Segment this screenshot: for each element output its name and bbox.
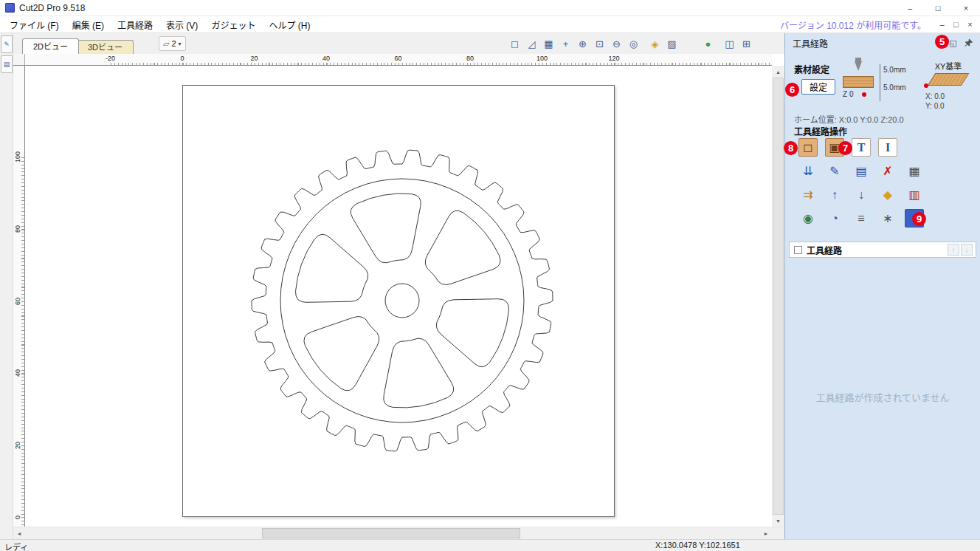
h-ruler-label: 120 (608, 55, 619, 62)
pan-view-icon[interactable]: + (557, 35, 574, 52)
dock-window-icon[interactable]: ◱ (948, 38, 959, 49)
menu-file[interactable]: ファイル (F) (3, 16, 66, 33)
panel-title: 工具経路 (793, 37, 828, 49)
cursor-coordinates: X:130.0478 Y:102.1651 (655, 541, 740, 550)
drilling-toolpath-icon[interactable]: ⇊ (798, 162, 818, 180)
toolpath-summary-icon[interactable]: ≡ (852, 209, 871, 227)
inline-engrave-toolpath-icon[interactable]: I (878, 138, 897, 157)
preview-toolpaths-icon[interactable]: ◉ (798, 209, 818, 227)
fill-vectors-toggle-icon[interactable]: ◈ (646, 35, 663, 52)
sheet-icon: ▱ (163, 39, 169, 49)
snap-guides-toggle-icon[interactable]: ◿ (523, 35, 540, 52)
vertical-scroll-thumb[interactable] (773, 78, 784, 515)
estimate-machining-time-icon[interactable]: ◔ (825, 209, 844, 227)
merge-toolpaths-icon[interactable]: ⇉ (798, 185, 818, 204)
grid-toggle-icon[interactable]: ▦ (540, 35, 557, 52)
v-ruler-label: 80 (13, 224, 23, 234)
tool-database-icon[interactable]: ◆ (878, 185, 897, 204)
zoom-extents-icon[interactable]: ◎ (625, 35, 642, 52)
annotation-badge-9: 9 (912, 212, 926, 226)
v-ruler-label: 60 (13, 296, 23, 307)
horizontal-scrollbar[interactable]: ◄ ► (13, 527, 784, 539)
copy-toolpath-icon[interactable]: ▥ (905, 185, 924, 204)
v-ruler-label: 40 (13, 368, 23, 378)
mdi-restore-button[interactable]: □ (949, 20, 963, 29)
move-toolpath-up-button[interactable]: ↑ (948, 244, 959, 256)
toolpath-operations-grid: ◻▣TI⇊✎▤✗▦⇉↑↓◆▥◉◔≡∗▫ (798, 138, 973, 233)
view-tab-bar: 2Dビュー 3Dビュー ▱ 2 ▾ ◻◿▦+⊕⊡⊖◎◈▨●◫⊞ (13, 33, 784, 54)
vertical-scrollbar[interactable]: ▲ ▼ (772, 66, 784, 527)
status-ready-text: レディ (4, 541, 28, 551)
tab-3d-view[interactable]: 3Dビュー (77, 40, 134, 54)
menu-items: ファイル (F)編集 (E)工具経路表示 (V)ガジェットヘルプ (H) (3, 16, 317, 33)
h-ruler-label: -20 (106, 55, 115, 62)
edit-toolpath-icon[interactable]: ✎ (825, 162, 844, 180)
drawing-canvas[interactable] (25, 66, 772, 527)
toolpath-list-checkbox[interactable] (794, 246, 802, 254)
mdi-close-button[interactable]: × (963, 20, 977, 29)
split-view-quad-icon[interactable]: ⊞ (738, 35, 755, 52)
split-view-horizontal-icon[interactable]: ◫ (721, 35, 738, 52)
mdi-minimize-button[interactable]: – (935, 20, 949, 29)
horizontal-scroll-thumb[interactable] (262, 528, 520, 538)
menu-edit[interactable]: 編集 (E) (66, 16, 111, 33)
thickness-above-label: 5.0mm (883, 66, 906, 74)
zoom-box-icon[interactable]: ⊡ (591, 35, 608, 52)
v-ruler-label: 20 (13, 440, 23, 451)
menu-view[interactable]: 表示 (V) (159, 16, 204, 33)
menu-help[interactable]: ヘルプ (H) (262, 16, 317, 33)
toolpath-drawing-toggle-icon[interactable]: ∗ (878, 209, 897, 227)
v-ruler-label: 0 (13, 512, 23, 522)
update-notice-link[interactable]: バージョン 10.012 が利用可能です。 (780, 18, 926, 31)
view-area: 2Dビュー 3Dビュー ▱ 2 ▾ ◻◿▦+⊕⊡⊖◎◈▨●◫⊞ -2002040… (13, 33, 784, 539)
sheet-selector[interactable]: ▱ 2 ▾ (159, 36, 186, 51)
xy-datum-y-value: Y: 0.0 (925, 102, 945, 110)
toolpath-list-empty-area: 工具経路が作成されていません (789, 258, 976, 535)
xy-datum-x-value: X: 0.0 (925, 92, 945, 100)
side-tab-layers[interactable]: ▤ (1, 55, 13, 73)
scroll-down-arrow-icon[interactable]: ▼ (772, 515, 784, 527)
xy-datum-dot (924, 83, 928, 88)
z-zero-label: Z 0 (843, 90, 853, 98)
zoom-out-icon[interactable]: ⊖ (608, 35, 625, 52)
scroll-left-arrow-icon[interactable]: ◄ (13, 527, 25, 540)
move-toolpath-down-button[interactable]: ↓ (961, 244, 973, 256)
menu-bar: ファイル (F)編集 (E)工具経路表示 (V)ガジェットヘルプ (H) バージ… (0, 16, 980, 33)
scroll-right-arrow-icon[interactable]: ► (760, 527, 772, 540)
delete-toolpath-icon[interactable]: ✗ (878, 162, 897, 180)
h-ruler-label: 100 (536, 55, 548, 62)
side-tab-drawing[interactable]: ✎ (1, 35, 13, 53)
zoom-interactive-icon[interactable]: ⊕ (574, 35, 591, 52)
load-toolpath-template-icon[interactable]: ↓ (852, 185, 871, 204)
duplicate-toolpath-icon[interactable]: ▤ (852, 162, 871, 180)
3d-preview-quality-icon[interactable]: ● (700, 35, 717, 52)
profile-toolpath-icon[interactable]: ◻ (798, 138, 818, 157)
save-toolpath-template-icon[interactable]: ↑ (825, 185, 844, 204)
h-ruler-label: 20 (250, 55, 258, 62)
maximize-button[interactable]: □ (924, 0, 952, 16)
pin-icon[interactable] (963, 38, 974, 49)
view-toolbar: ◻◿▦+⊕⊡⊖◎◈▨●◫⊞ (506, 35, 755, 52)
tab-2d-view[interactable]: 2Dビュー (22, 38, 79, 54)
menu-gadgets[interactable]: ガジェット (204, 16, 262, 33)
material-setup-button[interactable]: 設定 (801, 79, 835, 95)
left-tab-strip: ✎ ▤ (0, 33, 13, 539)
scroll-up-arrow-icon[interactable]: ▲ (772, 66, 784, 78)
dimension-line (880, 64, 880, 101)
menu-toolpaths[interactable]: 工具経路 (111, 16, 159, 33)
material-sheet (182, 85, 615, 517)
annotation-badge-7: 7 (838, 141, 852, 155)
hatch-vectors-toggle-icon[interactable]: ▨ (663, 35, 680, 52)
close-button[interactable]: × (952, 0, 980, 16)
vertical-ruler: 100806040200 (13, 66, 25, 527)
title-bar: Cut2D Pro 9.518 – □ × (0, 0, 980, 16)
window-controls: – □ × (896, 0, 980, 16)
z-zero-dot (862, 92, 866, 97)
window-title: Cut2D Pro 9.518 (19, 3, 85, 13)
minimize-button[interactable]: – (896, 0, 924, 16)
chevron-down-icon: ▾ (179, 41, 182, 47)
snap-objects-toggle-icon[interactable]: ◻ (506, 35, 523, 52)
recalculate-toolpaths-icon[interactable]: ▦ (905, 162, 924, 180)
quick-engrave-toolpath-icon[interactable]: T (852, 138, 871, 157)
material-block-image (843, 76, 874, 88)
